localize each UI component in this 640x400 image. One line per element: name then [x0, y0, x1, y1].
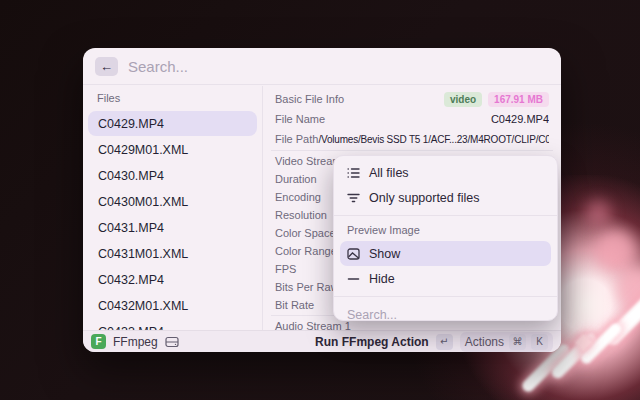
- detail-value: C0429.MP4: [491, 113, 549, 125]
- badges: video 167.91 MB: [444, 92, 549, 107]
- section-title: Basic File Info: [275, 93, 344, 105]
- file-size-badge: 167.91 MB: [488, 92, 549, 107]
- detail-label: Bit Rate: [275, 299, 314, 311]
- detail-label: File Path: [275, 133, 318, 145]
- section-divider: [271, 150, 553, 151]
- detail-label: Duration: [275, 173, 317, 185]
- actions-button[interactable]: Actions ⌘ K: [460, 332, 553, 352]
- return-key-badge: ↵: [436, 334, 453, 350]
- list-item[interactable]: C0433.MP4: [88, 319, 257, 330]
- menu-divider: [334, 215, 557, 216]
- list-item[interactable]: C0430.MP4: [88, 163, 257, 188]
- list-item[interactable]: C0429M01.XML: [88, 137, 257, 162]
- section-title: Audio Stream 1: [275, 320, 351, 330]
- k-key-badge: K: [531, 334, 548, 350]
- list-item[interactable]: C0432M01.XML: [88, 293, 257, 318]
- app-name: FFmpeg: [113, 335, 158, 349]
- list-item[interactable]: C0431.MP4: [88, 215, 257, 240]
- menu-item-label: All files: [369, 166, 409, 180]
- detail-label: File Name: [275, 113, 325, 125]
- glow-blob: [585, 200, 611, 226]
- actions-label: Actions: [465, 335, 504, 349]
- filter-icon: [346, 191, 360, 205]
- detail-label: Color Range: [275, 245, 337, 257]
- menu-item-show[interactable]: Show: [340, 241, 551, 266]
- dropdown-search-input[interactable]: [334, 302, 557, 321]
- list-icon: [346, 166, 360, 180]
- detail-label: Encoding: [275, 191, 321, 203]
- run-ffmpeg-action-button[interactable]: Run FFmpeg Action: [315, 335, 429, 349]
- file-type-badge: video: [444, 92, 482, 107]
- menu-divider: [334, 296, 557, 297]
- list-item[interactable]: C0430M01.XML: [88, 189, 257, 214]
- back-button[interactable]: ←: [95, 57, 118, 76]
- list-item[interactable]: C0431M01.XML: [88, 241, 257, 266]
- menu-item-label: Only supported files: [369, 191, 479, 205]
- ffmpeg-logo-icon: F: [91, 334, 106, 349]
- menu-item-label: Hide: [369, 272, 395, 286]
- detail-value: /Volumes/Bevis SSD T5 1/ACF...23/M4ROOT/…: [318, 134, 549, 145]
- action-bar: F FFmpeg Run FFmpeg Action ↵ Actions ⌘ K: [83, 330, 561, 352]
- arrow-left-icon: ←: [100, 60, 113, 73]
- detail-label: Color Space: [275, 227, 336, 239]
- detail-row: File Name C0429.MP4: [275, 109, 549, 129]
- files-panel-header: Files: [83, 92, 262, 111]
- files-panel: Files C0429.MP4 C0429M01.XML C0430.MP4 C…: [83, 86, 263, 330]
- menu-item-all-files[interactable]: All files: [340, 160, 551, 185]
- menu-item-only-supported[interactable]: Only supported files: [340, 185, 551, 210]
- glow-blob: [595, 230, 635, 270]
- list-item[interactable]: C0429.MP4: [88, 111, 257, 136]
- image-icon: [346, 247, 360, 261]
- filter-dropdown-menu: All files Only supported files Preview I…: [333, 155, 558, 321]
- menu-item-hide[interactable]: Hide: [340, 266, 551, 291]
- detail-label: FPS: [275, 263, 296, 275]
- menu-section-label: Preview Image: [334, 221, 557, 241]
- drive-icon: [165, 336, 179, 348]
- section-header-row: Basic File Info video 167.91 MB: [275, 89, 549, 109]
- cmd-key-badge: ⌘: [509, 334, 526, 350]
- list-item[interactable]: C0432.MP4: [88, 267, 257, 292]
- detail-row: File Path /Volumes/Bevis SSD T5 1/ACF...…: [275, 129, 549, 149]
- minus-icon: [346, 272, 360, 286]
- search-input[interactable]: [128, 58, 549, 75]
- menu-item-label: Show: [369, 247, 400, 261]
- search-bar: ←: [83, 48, 561, 85]
- detail-label: Resolution: [275, 209, 327, 221]
